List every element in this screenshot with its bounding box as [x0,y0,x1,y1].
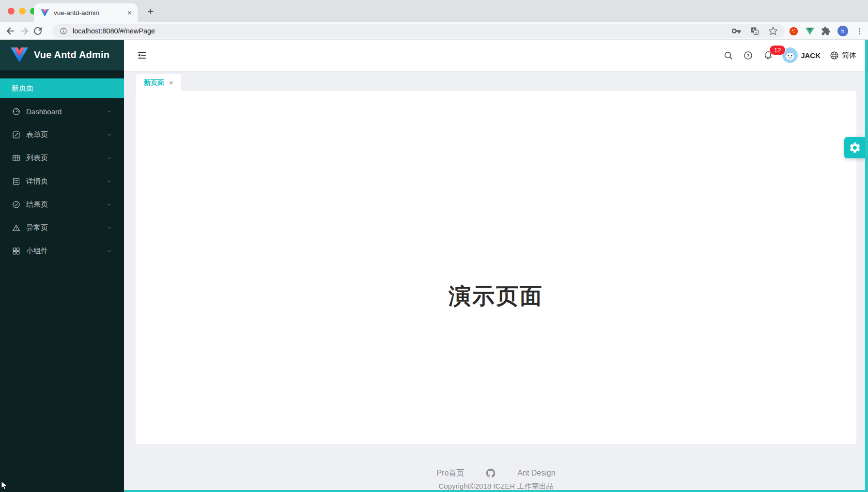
sidebar-item-label: 新页面 [12,84,112,93]
profile-icon [12,177,21,186]
new-tab-button[interactable]: + [144,5,157,18]
content-card: 演示页面 [136,91,856,444]
settings-drawer-button[interactable] [844,137,866,158]
sidebar-menu: 新页面Dashboard表单页列表页详情页结果页异常页小组件 [0,71,124,261]
svg-text:?: ? [747,53,750,58]
gear-icon [849,141,861,154]
horizontal-scrollbar[interactable] [124,490,868,492]
ant-design-link[interactable]: Ant Design [517,469,555,477]
profile-initial: h [841,28,844,34]
vue-logo-icon [11,47,28,62]
sidebar-item-label: 表单页 [26,130,106,139]
pro-home-link[interactable]: Pro首页 [436,468,464,478]
site-info-icon[interactable] [59,27,68,35]
svg-text:文: 文 [755,31,758,34]
vertical-scrollbar[interactable] [865,40,868,492]
page-tab-close-icon[interactable]: × [169,79,173,86]
app-title: Vue Antd Admin [34,49,109,61]
help-icon[interactable]: ? [743,50,753,61]
dashboard-icon [12,107,21,116]
warning-icon [12,223,21,232]
page-tab-active[interactable]: 新页面 × [136,74,181,91]
header-actions: ? 12 JACK [723,40,856,71]
page-title: 演示页面 [136,283,856,309]
password-key-icon[interactable] [731,26,741,36]
window-close-button[interactable] [8,8,15,15]
sidebar-item-form-page[interactable]: 表单页 [0,125,124,144]
table-icon [12,154,21,163]
chevron-down-icon [106,178,112,184]
mouse-cursor [1,481,8,492]
screen: vue-antd-admin × + localhost:8080/#/newP… [0,0,868,492]
bookmark-star-icon[interactable] [768,26,778,36]
browser-profile-avatar[interactable]: h [837,25,849,37]
vue-favicon-icon [41,9,49,16]
browser-tab-close-icon[interactable]: × [126,8,133,18]
chevron-down-icon [106,108,112,115]
forward-icon[interactable] [18,25,30,37]
app-header: ? 12 JACK [124,40,868,71]
menu-fold-icon[interactable] [137,50,147,61]
footer: Pro首页Ant Design Copyright©2018 ICZER 工作室… [124,468,868,491]
chevron-down-icon [106,225,112,231]
sidebar-item-widgets[interactable]: 小组件 [0,241,124,261]
sidebar-item-detail-page[interactable]: 详情页 [0,171,124,191]
extensions-puzzle-icon[interactable] [821,26,831,36]
page-tab-label: 新页面 [144,78,164,87]
language-switcher[interactable]: 简体 [842,51,856,60]
username[interactable]: JACK [801,51,821,60]
chevron-down-icon [106,155,112,161]
sidebar-item-exception-page[interactable]: 异常页 [0,218,124,237]
chevron-down-icon [106,201,112,208]
sidebar: Vue Antd Admin 新页面Dashboard表单页列表页详情页结果页异… [0,40,124,492]
notifications-bell[interactable]: 12 [763,50,774,61]
sidebar-item-label: 列表页 [26,154,106,163]
browser-tabstrip: vue-antd-admin × + [0,0,868,22]
sidebar-item-new-page[interactable]: 新页面 [0,78,124,98]
url-bar[interactable]: localhost:8080/#/newPage A文 [52,24,785,38]
globe-icon[interactable] [829,50,839,61]
chevron-down-icon [106,248,112,254]
footer-links: Pro首页Ant Design [124,468,868,478]
translate-icon[interactable]: A文 [750,26,760,36]
reload-icon[interactable] [32,25,44,37]
sidebar-item-result-page[interactable]: 结果页 [0,195,124,214]
chevron-down-icon [106,132,112,138]
github-link[interactable] [485,468,496,478]
sidebar-item-label: 详情页 [26,177,106,186]
extension-cluster: h [789,25,864,37]
vue-devtools-icon[interactable] [805,27,815,36]
extension-orange-icon[interactable] [789,26,799,36]
window-minimize-button[interactable] [19,8,26,15]
sidebar-item-list-page[interactable]: 列表页 [0,148,124,168]
search-icon[interactable] [723,50,733,61]
sidebar-item-label: 小组件 [26,246,106,256]
form-icon [12,130,21,139]
url-text: localhost:8080/#/newPage [73,27,731,35]
browser-toolbar: localhost:8080/#/newPage A文 [0,22,868,40]
back-icon[interactable] [5,25,16,37]
block-icon [12,246,21,256]
browser-tab-title: vue-antd-admin [54,9,126,16]
browser-menu-kebab-icon[interactable] [855,27,864,36]
sidebar-item-dashboard[interactable]: Dashboard [0,102,124,121]
window-controls [8,8,37,15]
browser-tab[interactable]: vue-antd-admin × [34,3,138,22]
notification-badge: 12 [769,45,786,55]
app-logo[interactable]: Vue Antd Admin [0,40,124,71]
sidebar-item-label: 结果页 [26,200,106,209]
check-circle-icon [12,200,21,209]
sidebar-item-label: 异常页 [26,223,106,232]
sidebar-item-label: Dashboard [26,108,106,116]
